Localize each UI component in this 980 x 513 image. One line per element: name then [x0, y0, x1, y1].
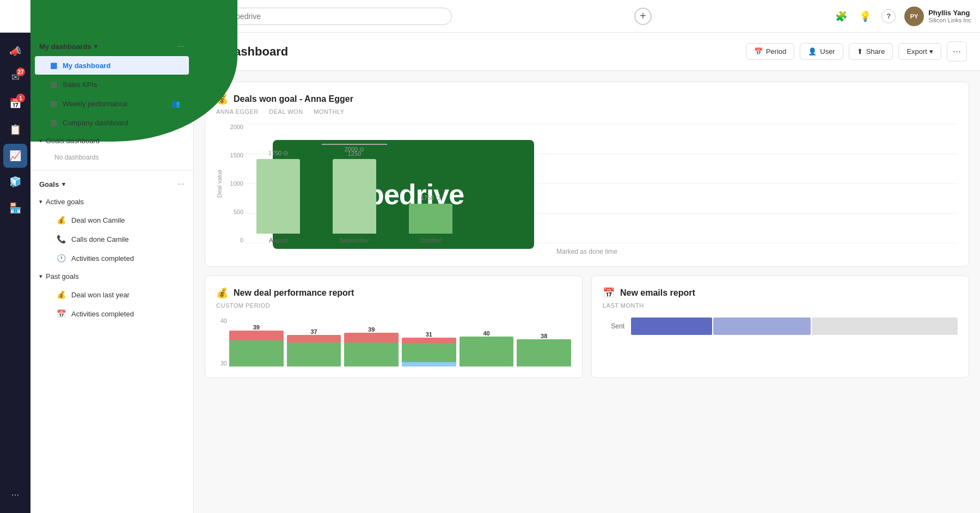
- export-chevron-icon: ▾: [929, 47, 933, 56]
- card1-header: 💰 Deals won goal - Anna Egger: [216, 93, 958, 105]
- avatar-image: PY: [910, 13, 918, 20]
- dashboard-title: My dashboard: [207, 45, 288, 59]
- sidebar-item-email[interactable]: ✉ 27: [3, 65, 27, 89]
- email-bar-container: [631, 317, 958, 335]
- analytics-icon: 📈: [9, 150, 21, 162]
- perf-stacked-4: [402, 338, 456, 367]
- share-button[interactable]: ⬆ Share: [849, 43, 893, 60]
- calls-done-icon: 📞: [57, 235, 66, 243]
- search-icon: 🔍: [188, 11, 198, 21]
- user-button[interactable]: 👤 User: [800, 43, 843, 60]
- perf-bar-group-4: 31: [402, 331, 456, 367]
- activities-completed-icon: 🕐: [57, 254, 66, 262]
- period-button[interactable]: 📅 Period: [746, 43, 795, 60]
- sidebar-item-activities-completed[interactable]: 🕐 Activities completed: [35, 249, 189, 267]
- goals-more-icon[interactable]: ···: [177, 179, 185, 189]
- active-goals-header[interactable]: ▾ Active goals: [30, 193, 193, 210]
- perf-bar-group-3: 39: [344, 326, 399, 367]
- nav-sidebar: My dashboards ▾ ··· ▦ My dashboard ▦ Sal…: [30, 33, 194, 513]
- past-goals-label: Past goals: [46, 272, 79, 280]
- perf-bar-group-5: 40: [460, 330, 514, 367]
- add-button[interactable]: +: [634, 8, 652, 25]
- sidebar-item-my-dashboard[interactable]: ▦ My dashboard: [35, 56, 189, 75]
- sidebar-item-deal-won-camile[interactable]: 💰 Deal won Camile: [35, 211, 189, 229]
- card3-title: New emails report: [620, 288, 695, 298]
- nav-section-my-dashboards: My dashboards ▾ ···: [30, 37, 193, 56]
- sidebar-item-announcements[interactable]: 📣: [3, 39, 27, 63]
- more-options-button[interactable]: ···: [947, 41, 967, 62]
- my-dashboards-label: My dashboards: [39, 42, 91, 51]
- perf-val-4: 31: [426, 331, 432, 338]
- email-bar-gray: [812, 317, 958, 335]
- email-chart: Sent: [603, 317, 958, 335]
- sidebar-item-company-dashboard[interactable]: ▦ Company dashboard: [35, 113, 189, 132]
- export-label: Export: [906, 47, 927, 56]
- activities-completed-past-icon: 📅: [57, 309, 66, 318]
- past-goals-header[interactable]: ▾ Past goals: [30, 268, 193, 285]
- dashboard-header: My dashboard 📅 Period 👤 User ⬆ Share Exp…: [194, 33, 980, 71]
- perf-stacked-3: [344, 333, 399, 367]
- email-sent-row: Sent: [603, 317, 958, 335]
- sidebar-item-marketplace[interactable]: 🏪: [3, 196, 27, 220]
- company-dashboard-icon: ▦: [50, 118, 57, 127]
- search-input[interactable]: [203, 12, 444, 21]
- card1-subtitle: ANNA EGGER · DEAL WON · MONTHLY: [216, 108, 958, 115]
- perf-bar-green-6: [517, 339, 571, 367]
- sidebar-item-label-my-dashboard: My dashboard: [63, 62, 111, 70]
- perf-chart-wrapper: 30 40 39: [216, 317, 571, 367]
- bottom-cards-row: 💰 New deal performance report CUSTOM PER…: [205, 276, 969, 378]
- sidebar-item-analytics[interactable]: 📈: [3, 144, 27, 168]
- topbar: 🔍 + 🧩 💡 ? PY Phyllis Yang Silicon Links …: [0, 0, 980, 33]
- sidebar-item-weekly-performance[interactable]: ▦ Weekly performance 👥: [35, 94, 189, 113]
- dashboard-grid-icon: ▦: [50, 61, 57, 70]
- perf-val-2: 37: [310, 328, 317, 335]
- perf-bar-green-5: [460, 337, 514, 367]
- user-name: Phyllis Yang: [928, 9, 971, 17]
- sep-bar-container: 2000 ⊙: [333, 159, 376, 234]
- card3-period-label: LAST MONTH: [603, 302, 644, 309]
- no-dashboards-label: No dashboards: [30, 149, 193, 166]
- dot-sep-2: ·: [308, 108, 310, 115]
- user-filter-icon: 👤: [808, 47, 817, 56]
- nav-goals-dashboard-header[interactable]: ▾ Goals dashboard: [30, 132, 193, 149]
- perf-bar-red-3: [344, 333, 399, 343]
- sidebar-item-calendar[interactable]: 📅 1: [3, 91, 27, 115]
- card2-header: 💰 New deal performance report: [216, 287, 571, 299]
- bulb-icon[interactable]: 💡: [857, 9, 873, 24]
- sidebar-item-inbox[interactable]: 📋: [3, 118, 27, 142]
- period-calendar-icon: 📅: [754, 47, 763, 56]
- bar-group-october: 1750 ⊙ October: [409, 194, 452, 243]
- share-icon: ⬆: [857, 47, 863, 56]
- bar-group-august: 1750 ⊙ August: [256, 150, 300, 243]
- chevron-down-icon[interactable]: ▾: [94, 43, 97, 50]
- card1-title: Deals won goal - Anna Egger: [234, 94, 353, 104]
- sidebar-item-products[interactable]: 🧊: [3, 170, 27, 194]
- sidebar-item-sales-kpis[interactable]: ▦ Sales KPIs: [35, 75, 189, 94]
- user-company: Silicon Links Inc: [928, 17, 971, 23]
- sidebar-divider: [30, 170, 193, 170]
- card1-icon: 💰: [216, 93, 228, 105]
- nav-section-more-icon[interactable]: ···: [177, 41, 185, 51]
- perf-bar-red-4: [402, 338, 456, 343]
- perf-bar-blue-4: [402, 362, 456, 367]
- help-icon[interactable]: ?: [881, 9, 896, 23]
- perf-val-6: 38: [541, 333, 547, 339]
- perf-val-5: 40: [483, 330, 489, 337]
- export-button[interactable]: Export ▾: [898, 43, 941, 60]
- active-goals-label: Active goals: [46, 198, 84, 206]
- dashboard-content: 💰 Deals won goal - Anna Egger ANNA EGGER…: [194, 71, 980, 389]
- chevron-down-goals-section-icon[interactable]: ▾: [62, 181, 65, 188]
- august-bar: [256, 159, 300, 234]
- perf-stacked-1: [229, 331, 284, 367]
- perf-bar-green-4: [402, 343, 456, 362]
- sidebar-item-deal-won-last-year[interactable]: 💰 Deal won last year: [35, 285, 189, 304]
- sidebar-item-more[interactable]: ···: [3, 483, 27, 506]
- sidebar-item-calls-done-camile[interactable]: 📞 Calls done Camile: [35, 230, 189, 248]
- sidebar-item-activities-completed-past[interactable]: 📅 Activities completed: [35, 304, 189, 323]
- puzzle-icon[interactable]: 🧩: [834, 9, 849, 24]
- announcements-icon: 📣: [9, 45, 21, 57]
- deal-performance-card: 💰 New deal performance report CUSTOM PER…: [205, 276, 583, 378]
- user-profile[interactable]: PY Phyllis Yang Silicon Links Inc: [904, 7, 971, 26]
- search-bar[interactable]: 🔍: [180, 8, 452, 25]
- card3-subtitle: LAST MONTH: [603, 302, 958, 309]
